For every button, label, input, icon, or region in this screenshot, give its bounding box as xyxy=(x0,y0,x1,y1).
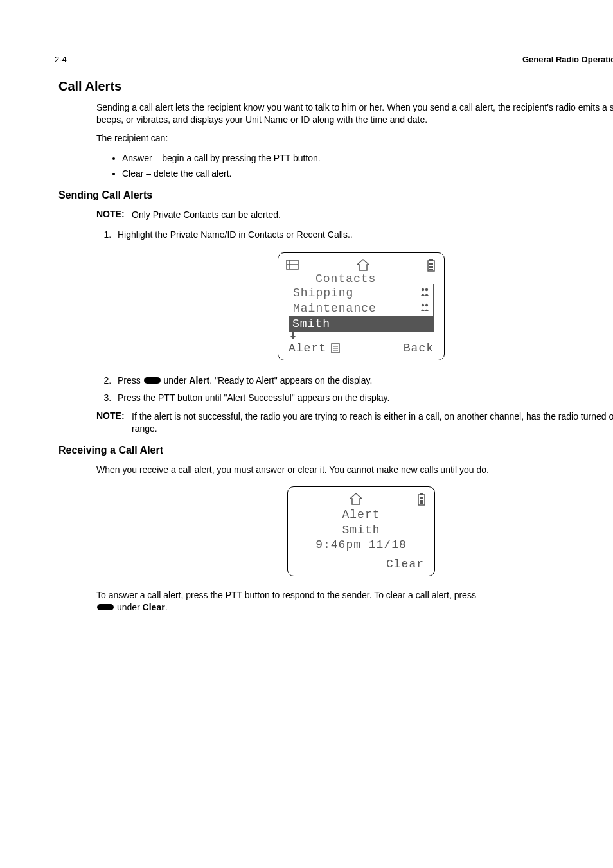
svg-rect-19 xyxy=(144,377,161,384)
alert-line-2: Smith xyxy=(293,523,429,538)
svg-rect-24 xyxy=(420,500,423,502)
step-1: Highlight the Private Name/ID in Contact… xyxy=(114,227,613,242)
alert-line-3: 9:46pm 11/18 xyxy=(293,538,429,553)
svg-marker-14 xyxy=(290,336,296,339)
home-icon xyxy=(349,493,363,506)
sending-steps-cont: Press under Alert. "Ready to Alert" appe… xyxy=(114,373,613,405)
step-3: Press the PTT button until "Alert Succes… xyxy=(114,391,613,405)
contact-row-smith-selected: Smith xyxy=(289,316,434,332)
bullet-answer: Answer – begin a call by pressing the PT… xyxy=(122,151,613,165)
group-icon xyxy=(420,302,429,315)
svg-rect-8 xyxy=(429,269,433,270)
note-text: If the alert is not successful, the radi… xyxy=(132,411,613,435)
svg-point-9 xyxy=(422,288,424,291)
group-icon xyxy=(420,287,429,299)
intro-paragraph-2: The recipient can: xyxy=(96,132,613,145)
contact-row-maintenance: Maintenance xyxy=(293,301,429,316)
step-2: Press under Alert. "Ready to Alert" appe… xyxy=(114,373,613,388)
note-alert-unsuccessful: NOTE: If the alert is not successful, th… xyxy=(96,411,613,435)
call-alerts-heading: Call Alerts xyxy=(58,79,613,94)
sending-call-alerts-heading: Sending Call Alerts xyxy=(58,190,613,201)
scroll-down-icon xyxy=(289,332,439,339)
radio-screen-alert: Alert Smith 9:46pm 11/18 Clear xyxy=(55,486,613,576)
battery-icon xyxy=(426,259,436,272)
page-number: 2-4 xyxy=(55,55,67,64)
alert-line-1: Alert xyxy=(293,508,429,522)
screen-title-contacts: Contacts xyxy=(315,272,376,285)
contact-name: Shipping xyxy=(293,287,353,299)
note-label: NOTE: xyxy=(96,411,132,435)
svg-point-11 xyxy=(422,304,424,306)
signal-icon xyxy=(286,260,300,271)
svg-rect-26 xyxy=(97,604,114,610)
svg-rect-6 xyxy=(429,263,433,265)
radio-screen-contacts: Contacts Shipping Maintenance Smith xyxy=(55,252,613,360)
softkey-alert: Alert xyxy=(289,342,341,355)
svg-rect-7 xyxy=(429,266,433,268)
note-label: NOTE: xyxy=(96,209,132,221)
receiving-call-alert-heading: Receiving a Call Alert xyxy=(58,445,613,456)
softkey-alert-label: Alert xyxy=(289,342,326,355)
home-icon xyxy=(356,259,370,272)
softkey-button-icon xyxy=(143,374,161,388)
battery-icon xyxy=(416,493,427,506)
contact-row-shipping: Shipping xyxy=(293,285,429,301)
answer-paragraph: To answer a call alert, press the PTT bu… xyxy=(96,589,613,614)
note-private-contacts: NOTE: Only Private Contacts can be alert… xyxy=(96,209,613,221)
header-title: General Radio Operations: Call Alerts xyxy=(522,55,613,64)
svg-rect-23 xyxy=(420,497,423,499)
sending-steps: Highlight the Private Name/ID in Contact… xyxy=(114,227,613,242)
svg-rect-22 xyxy=(420,493,423,495)
svg-rect-5 xyxy=(429,259,433,261)
page-header: 2-4 General Radio Operations: Call Alert… xyxy=(55,55,613,67)
svg-marker-20 xyxy=(350,493,362,504)
softkey-back: Back xyxy=(404,342,434,355)
bullet-clear: Clear – delete the call alert. xyxy=(122,166,613,181)
recipient-options-list: Answer – begin a call by pressing the PT… xyxy=(122,151,613,181)
contact-name: Smith xyxy=(292,317,330,330)
receiving-paragraph: When you receive a call alert, you must … xyxy=(96,464,613,476)
softkey-button-icon xyxy=(96,602,114,614)
svg-point-10 xyxy=(425,288,428,291)
svg-marker-3 xyxy=(357,260,369,270)
softkey-clear: Clear xyxy=(386,558,424,571)
list-icon xyxy=(330,343,341,353)
note-text: Only Private Contacts can be alerted. xyxy=(132,209,613,221)
svg-rect-25 xyxy=(420,502,423,504)
contact-name: Maintenance xyxy=(293,302,377,315)
svg-point-12 xyxy=(425,304,428,306)
intro-paragraph-1: Sending a call alert lets the recipient … xyxy=(96,102,613,126)
header-section: General Radio Operations xyxy=(522,55,613,64)
